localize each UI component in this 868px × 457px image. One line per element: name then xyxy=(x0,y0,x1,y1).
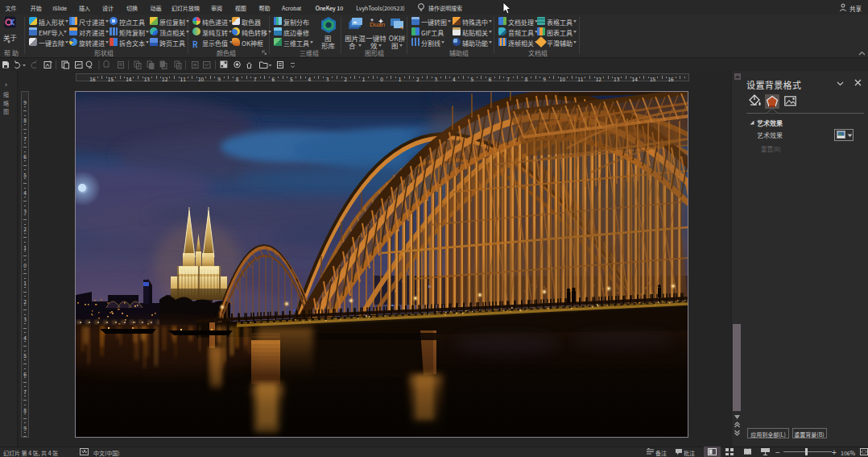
svg-text:Duang: Duang xyxy=(370,21,385,28)
